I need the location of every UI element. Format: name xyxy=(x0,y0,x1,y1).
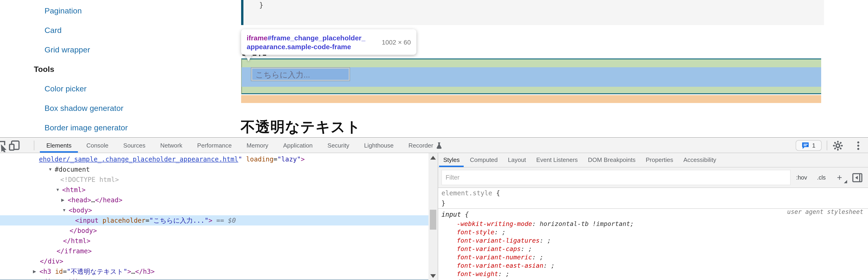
css-property[interactable]: font-variant-east-asian: ; xyxy=(457,261,555,270)
dom-node-text: <head>…</head> xyxy=(68,195,122,205)
tooltip-tag-name: iframe xyxy=(247,34,268,41)
css-property[interactable]: -webkit-writing-mode: horizontal-tb !imp… xyxy=(457,220,634,228)
iframe-highlight-margin xyxy=(241,95,821,103)
styles-tab-properties[interactable]: Properties xyxy=(641,153,678,167)
sidebar-link[interactable]: Border image generator xyxy=(44,123,128,136)
styles-filter-input[interactable] xyxy=(441,170,790,185)
expand-arrow-open-icon[interactable]: ▼ xyxy=(56,185,60,195)
sidebar-link[interactable]: Grid wrapper xyxy=(44,46,90,58)
console-messages-button[interactable]: 1 xyxy=(796,140,822,151)
css-property[interactable]: font-variant-ligatures: ; xyxy=(457,236,551,245)
dom-node-text: eholder/_sample_.change_placeholder_appe… xyxy=(39,154,305,164)
code-example-block: } xyxy=(241,0,824,25)
elements-dom-tree: eholder/_sample_.change_placeholder_appe… xyxy=(0,153,428,280)
css-property[interactable]: font-variant-numeric: ; xyxy=(457,253,544,261)
styles-tab-layout[interactable]: Layout xyxy=(503,153,531,167)
rule-selector: input { xyxy=(441,209,469,220)
recorder-flask-icon xyxy=(436,142,442,149)
css-property[interactable]: font-style: ; xyxy=(457,228,506,236)
gear-icon[interactable] xyxy=(833,141,843,151)
tab-security[interactable]: Security xyxy=(320,138,357,152)
tab-elements[interactable]: Elements xyxy=(39,138,79,152)
sidebar-link[interactable]: Color picker xyxy=(44,84,87,97)
styles-tab-computed[interactable]: Computed xyxy=(465,153,503,167)
sidebar-link[interactable]: Pagination xyxy=(44,6,82,20)
dom-tree-row[interactable]: ▶<h3 id="不透明なテキスト">…</h3> xyxy=(0,266,428,277)
tab-application[interactable]: Application xyxy=(276,138,320,152)
styles-tab-dom-breakpoints[interactable]: DOM Breakpoints xyxy=(583,153,641,167)
chat-bubble-icon xyxy=(802,142,809,149)
toolbar-right-divider xyxy=(827,141,827,150)
scrollbar-up-arrow[interactable] xyxy=(430,156,436,160)
scrollbar-down-arrow[interactable] xyxy=(430,274,436,278)
dom-node-text: <h3 id="不透明なテキスト">…</h3> xyxy=(39,266,155,277)
rule-selector: element.style { xyxy=(441,188,500,198)
styles-filter-toolbar: :hov .cls + xyxy=(438,167,868,188)
toggle-hover-state-button[interactable]: :hov xyxy=(796,167,807,188)
tab-recorder[interactable]: Recorder xyxy=(401,138,450,152)
dom-tree-row[interactable]: ▼<body> xyxy=(0,205,428,215)
devtools-tabs: ElementsConsoleSourcesNetworkPerformance… xyxy=(39,138,450,152)
dom-tree-row[interactable]: ▶<head>…</head> xyxy=(0,195,428,205)
dom-tree-row[interactable]: <!DOCTYPE html> xyxy=(0,174,428,185)
dom-node-text: </body> xyxy=(69,225,97,236)
dom-node-text: </iframe> xyxy=(57,246,92,256)
sidebar-link[interactable]: Box shadow generator xyxy=(44,104,123,117)
css-property[interactable]: font-variant-caps: ; xyxy=(457,245,532,253)
scrollbar-thumb[interactable] xyxy=(430,210,436,230)
dom-tree-scrollbar[interactable] xyxy=(428,153,438,280)
dom-tree-row[interactable]: ▼#document xyxy=(0,164,428,174)
web-page-area: PaginationCardGrid wrapperToolsColor pic… xyxy=(0,0,868,137)
tab-sources[interactable]: Sources xyxy=(116,138,153,152)
styles-tab-styles[interactable]: Styles xyxy=(438,153,465,167)
css-property[interactable]: font-weight: ; xyxy=(457,270,509,278)
toggle-class-button[interactable]: .cls xyxy=(817,167,826,188)
inspect-tooltip: iframe#frame_change_placeholder_ appeara… xyxy=(241,29,416,55)
devtools-content: eholder/_sample_.change_placeholder_appe… xyxy=(0,153,868,280)
dom-node-text: <!DOCTYPE html> xyxy=(60,174,119,185)
dom-tree-row[interactable]: </body> xyxy=(0,225,428,236)
styles-sidebar: StylesComputedLayoutEvent ListenersDOM B… xyxy=(438,153,868,280)
tab-console[interactable]: Console xyxy=(79,138,116,152)
device-toolbar-icon[interactable] xyxy=(8,140,21,151)
toolbar-divider xyxy=(34,141,34,150)
computed-sidebar-toggle-icon[interactable] xyxy=(852,173,862,182)
dom-node-text: <html> xyxy=(62,185,86,195)
tooltip-dimensions: 1002 × 60 xyxy=(382,38,411,46)
expand-arrow-closed-icon[interactable]: ▶ xyxy=(33,266,36,277)
expand-arrow-open-icon[interactable]: ▼ xyxy=(62,205,66,215)
dom-tree-row[interactable]: </iframe> xyxy=(0,246,428,256)
styles-tabs: StylesComputedLayoutEvent ListenersDOM B… xyxy=(438,153,868,167)
new-style-rule-button[interactable]: + xyxy=(837,167,842,188)
new-rule-dropdown-corner xyxy=(844,180,847,183)
code-text: } xyxy=(259,1,264,9)
css-property[interactable]: font-stretch: ; xyxy=(457,278,513,280)
dom-node-text: #document xyxy=(55,164,90,174)
rule-close: } xyxy=(441,198,445,208)
kebab-menu-icon[interactable] xyxy=(853,141,863,151)
tab-performance[interactable]: Performance xyxy=(190,138,239,152)
expand-arrow-closed-icon[interactable]: ▶ xyxy=(61,195,64,205)
dom-node-text: <body> xyxy=(69,205,92,215)
expand-arrow-open-icon[interactable]: ▼ xyxy=(48,164,52,174)
tab-memory[interactable]: Memory xyxy=(239,138,276,152)
sample-input-placeholder: こちらに入力... xyxy=(252,69,349,80)
dom-tree-row[interactable]: </html> xyxy=(0,236,428,246)
dom-tree-row-selected[interactable]: <input placeholder="こちらに入力..."> == $0 xyxy=(0,215,428,225)
styles-tab-accessibility[interactable]: Accessibility xyxy=(678,153,721,167)
dom-tree-row[interactable]: </div> xyxy=(0,256,428,266)
styles-tab-event-listeners[interactable]: Event Listeners xyxy=(531,153,583,167)
devtools-panel: ElementsConsoleSourcesNetworkPerformance… xyxy=(0,137,868,280)
sample-input-field[interactable]: こちらに入力... xyxy=(251,68,350,81)
inspect-tooltip-selector: iframe#frame_change_placeholder_ appeara… xyxy=(247,33,365,51)
dom-tree-row[interactable]: ▼<html> xyxy=(0,185,428,195)
sidebar-link[interactable]: Card xyxy=(44,26,62,39)
dom-tree-row[interactable]: eholder/_sample_.change_placeholder_appe… xyxy=(0,154,428,164)
tab-lighthouse[interactable]: Lighthouse xyxy=(357,138,401,152)
tab-network[interactable]: Network xyxy=(153,138,190,152)
console-badge-count: 1 xyxy=(812,142,815,149)
dom-node-text: </div> xyxy=(40,256,63,266)
dom-node-text: <input placeholder="こちらに入力..."> == $0 xyxy=(75,215,236,225)
screenshot-stage: PaginationCardGrid wrapperToolsColor pic… xyxy=(0,0,868,280)
style-origin-note: user agent stylesheet xyxy=(787,208,863,215)
